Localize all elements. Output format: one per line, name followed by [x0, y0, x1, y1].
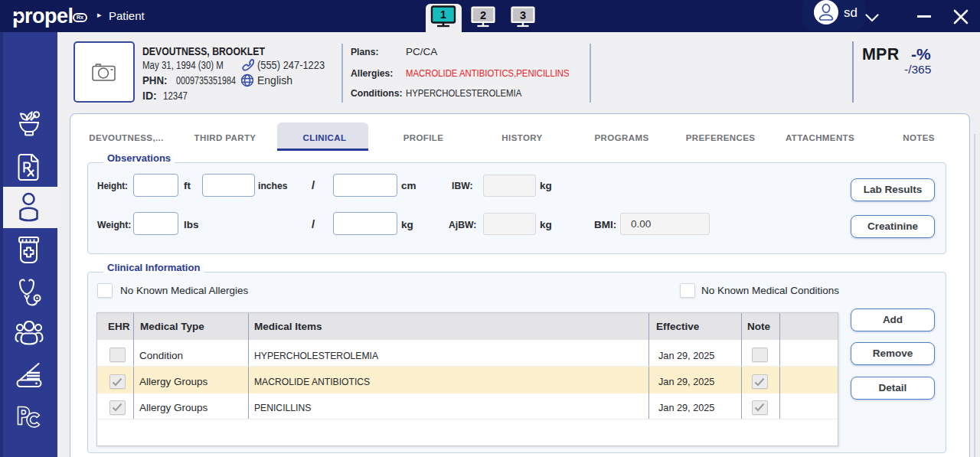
svg-text:1: 1 [440, 8, 446, 21]
svg-text:2: 2 [480, 9, 486, 21]
svg-text:3: 3 [520, 9, 526, 21]
